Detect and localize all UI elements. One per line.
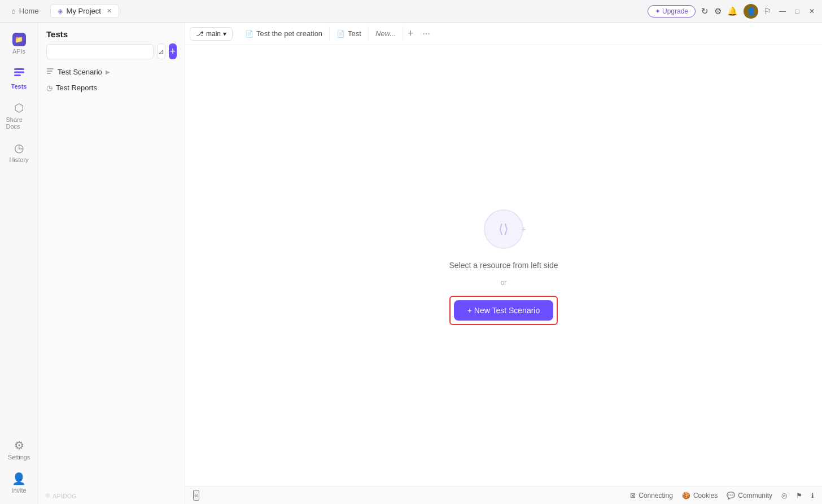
project-icon: ◈: [58, 7, 63, 15]
tab-test-label: Test: [348, 29, 361, 38]
sidebar-invite-label: Invite: [11, 487, 26, 494]
refresh-icon[interactable]: ↻: [701, 6, 709, 16]
footer-left: ❊ APIDOG «: [193, 490, 199, 501]
connecting-label: Connecting: [639, 492, 673, 499]
main-layout: 📁 APIs Tests ⬡ Share Docs ◷ History ⚙ S: [0, 23, 822, 504]
titlebar-left: ⌂ Home ◈ My Project ✕: [5, 4, 119, 18]
chevron-right-icon: ▶: [106, 69, 110, 75]
tree-item-test-reports[interactable]: ◷ Test Reports: [38, 80, 185, 95]
svg-rect-5: [47, 73, 51, 74]
footer-cookies[interactable]: 🍪 Cookies: [682, 492, 718, 499]
home-icon: ⌂: [11, 7, 16, 15]
search-input[interactable]: [46, 44, 154, 59]
apis-icon: 📁: [12, 33, 26, 46]
avatar[interactable]: 👤: [744, 4, 758, 19]
sidebar: 📁 APIs Tests ⬡ Share Docs ◷ History ⚙ S: [0, 23, 38, 504]
tree-item-test-scenario[interactable]: Test Scenario ▶: [38, 64, 185, 80]
sidebar-apis-label: APIs: [12, 48, 25, 55]
community-label: Community: [738, 492, 772, 499]
minimize-button[interactable]: —: [777, 6, 788, 17]
tab-home-label: Home: [19, 7, 39, 15]
sidebar-item-apis[interactable]: 📁 APIs: [3, 28, 36, 59]
sidebar-sharedocs-label: Share Docs: [6, 116, 32, 130]
bookmark-icon[interactable]: ⚐: [764, 6, 771, 16]
svg-rect-3: [47, 68, 54, 69]
tests-toolbar: ⊿ +: [38, 43, 185, 64]
tab-area: ⎇ main ▾ 📄 Test the pet creation 📄 Test …: [185, 23, 822, 504]
tab-project-label: My Project: [67, 7, 101, 15]
footer-icon-2[interactable]: ⚑: [796, 492, 802, 499]
clock-icon: ◷: [46, 84, 53, 92]
bell-icon[interactable]: 🔔: [727, 6, 738, 16]
invite-icon: 👤: [12, 472, 26, 485]
window-controls: — □ ✕: [777, 6, 817, 17]
sidebar-item-history[interactable]: ◷ History: [3, 137, 36, 168]
branch-label: main: [206, 30, 221, 38]
footer-icon-1[interactable]: ◎: [781, 492, 787, 499]
empty-state: + ⟨⟩ + Select a resource from left side …: [449, 207, 558, 325]
svg-rect-2: [14, 74, 21, 76]
tests-header: Tests: [38, 23, 185, 43]
sharedocs-icon: ⬡: [14, 101, 24, 115]
tests-panel: Tests ⊿ + Test Scenario ▶ ◷ Te: [38, 23, 185, 504]
close-project-icon[interactable]: ✕: [107, 7, 112, 15]
tab-pet-label: Test the pet creation: [256, 29, 322, 38]
sidebar-item-tests[interactable]: Tests: [3, 62, 36, 94]
sidebar-item-invite[interactable]: 👤 Invite: [3, 467, 36, 498]
filter-button[interactable]: ⊿: [157, 43, 165, 59]
footer-community[interactable]: 💬 Community: [727, 492, 772, 499]
footer-connecting[interactable]: ⊠ Connecting: [630, 492, 673, 499]
scenario-icon: [46, 67, 54, 77]
sidebar-item-settings[interactable]: ⚙ Settings: [3, 434, 36, 465]
new-test-scenario-button[interactable]: + New Test Scenario: [454, 300, 554, 321]
footer-icon-3[interactable]: ℹ: [811, 492, 814, 499]
new-scenario-highlight: + New Test Scenario: [449, 296, 558, 325]
sidebar-tests-label: Tests: [11, 83, 27, 90]
tab-pet-creation[interactable]: 📄 Test the pet creation: [238, 27, 330, 41]
tab-add-button[interactable]: +: [403, 25, 418, 42]
cookies-label: Cookies: [693, 492, 718, 499]
tab-new-label: New...: [375, 29, 396, 38]
titlebar: ⌂ Home ◈ My Project ✕ ✦ Upgrade ↻ ⚙ 🔔 👤 …: [0, 0, 822, 23]
new-scenario-label: + New Test Scenario: [467, 306, 540, 315]
sidebar-item-sharedocs[interactable]: ⬡ Share Docs: [3, 97, 36, 134]
upgrade-button[interactable]: ✦ Upgrade: [648, 5, 696, 17]
community-icon: 💬: [727, 492, 735, 499]
settings-gear-icon: ⚙: [14, 439, 24, 452]
history-icon: ◷: [14, 141, 24, 155]
empty-icon-wrapper: + ⟨⟩ +: [481, 207, 526, 252]
svg-rect-4: [47, 71, 53, 72]
tab-more-button[interactable]: ···: [418, 27, 435, 41]
test-reports-label: Test Reports: [56, 84, 97, 92]
test-scenario-label: Test Scenario: [58, 68, 102, 76]
footer: ❊ APIDOG « ⊠ Connecting 🍪 Cookies 💬 Comm…: [185, 486, 822, 504]
branch-selector[interactable]: ⎇ main ▾: [190, 27, 233, 41]
main-content: + ⟨⟩ + Select a resource from left side …: [185, 45, 822, 486]
tab-bar: ⎇ main ▾ 📄 Test the pet creation 📄 Test …: [185, 23, 822, 45]
collapse-sidebar-button[interactable]: «: [193, 490, 199, 501]
add-icon: +: [170, 46, 176, 58]
cookies-icon: 🍪: [682, 492, 690, 499]
plus-right-icon: +: [522, 225, 526, 234]
or-divider: or: [501, 279, 507, 287]
add-button[interactable]: +: [169, 43, 177, 59]
branch-icon: ⎇: [196, 30, 204, 38]
tab-home[interactable]: ⌂ Home: [5, 5, 46, 17]
restore-button[interactable]: □: [792, 6, 803, 17]
sidebar-history-label: History: [9, 156, 28, 163]
tests-icon: [13, 66, 25, 81]
branch-chevron-icon: ▾: [223, 30, 226, 38]
sidebar-settings-label: Settings: [8, 454, 30, 461]
close-button[interactable]: ✕: [806, 6, 817, 17]
empty-icon-circle: ⟨⟩: [484, 209, 523, 249]
tab-new[interactable]: New...: [369, 27, 403, 41]
tab-myproject[interactable]: ◈ My Project ✕: [50, 4, 119, 18]
footer-right: ⊠ Connecting 🍪 Cookies 💬 Community ◎ ⚑ ℹ: [630, 492, 814, 499]
tests-panel-title: Tests: [46, 29, 177, 39]
upgrade-label: ✦ Upgrade: [655, 7, 688, 15]
svg-rect-0: [14, 68, 24, 70]
tab-test[interactable]: 📄 Test: [330, 27, 369, 41]
settings-icon[interactable]: ⚙: [714, 6, 722, 16]
empty-state-text: Select a resource from left side: [449, 261, 558, 270]
arrows-icon: ⟨⟩: [499, 222, 509, 236]
